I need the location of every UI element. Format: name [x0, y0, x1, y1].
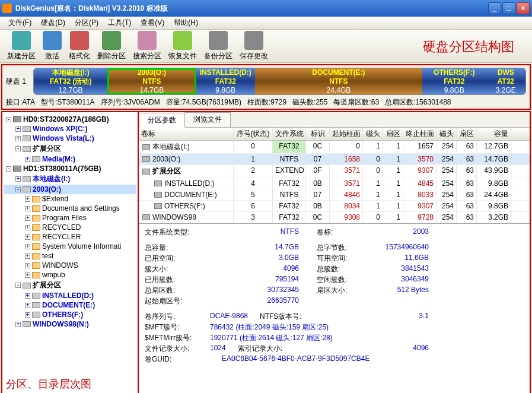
tree-node[interactable]: -扩展分区	[4, 280, 136, 291]
tree-node[interactable]: +WINDOWS	[4, 261, 136, 270]
tree-toggle-icon[interactable]: -	[15, 283, 21, 288]
toolbar-button[interactable]: 格式化	[65, 30, 94, 62]
table-row[interactable]: 本地磁盘(I:)0FAT320C01116572546312.7GB	[139, 141, 530, 154]
tree-node[interactable]: +WINDOWS98(N:)	[4, 319, 136, 329]
column-header[interactable]: 容量	[477, 128, 511, 140]
details-panel: 分区参数浏览文件 卷标序号(状态)文件系统标识起始柱面磁头扇区终止柱面磁头扇区容…	[139, 111, 531, 393]
tree-toggle-icon[interactable]: +	[25, 244, 30, 249]
toolbar-icon	[12, 31, 31, 50]
column-header[interactable]: 扇区	[457, 128, 477, 140]
toolbar-label: 备份分区	[204, 51, 232, 61]
table-row[interactable]: 2003(O:)1NTFS0716580135702546314.7GB	[139, 154, 530, 165]
table-row[interactable]: INSTALLED(D:)4FAT320B3571114845254639.8G…	[139, 178, 530, 189]
toolbar-button[interactable]: 保存更改	[236, 30, 272, 62]
tree-toggle-icon[interactable]: -	[6, 117, 11, 122]
partition-segment[interactable]: 2003(O:)NTFS14.7GB	[107, 68, 196, 94]
tree-toggle-icon[interactable]: +	[25, 312, 30, 318]
partition-segment[interactable]: INSTALLED(D:)FAT329.8GB	[196, 68, 255, 94]
tree-node[interactable]: +wmpub	[4, 270, 136, 280]
column-header[interactable]: 磁头	[437, 128, 457, 140]
table-row[interactable]: DOCUMENT(E:)5NTFS0748461180332546324.4GB	[139, 189, 530, 201]
column-header[interactable]: 终止柱面	[403, 128, 437, 140]
tree-toggle-icon[interactable]: +	[25, 215, 30, 221]
menu-item[interactable]: 工具(T)	[103, 17, 136, 29]
tree-toggle-icon[interactable]: +	[25, 263, 30, 268]
tree-node[interactable]: -2003(O:)	[4, 185, 136, 194]
tree-toggle-icon[interactable]: -	[15, 146, 21, 151]
tree-node[interactable]: +System Volume Informati	[4, 242, 136, 251]
tree-toggle-icon[interactable]: +	[15, 176, 21, 182]
tree-node[interactable]: +Media(M:)	[4, 154, 136, 164]
column-header[interactable]: 起始柱面	[330, 128, 363, 140]
tree-node[interactable]: +Program Files	[4, 213, 136, 223]
tree-toggle-icon[interactable]: +	[25, 196, 30, 202]
toolbar-button[interactable]: 搜索分区	[129, 30, 165, 62]
fold-icon	[32, 224, 40, 231]
close-button[interactable]: ×	[517, 2, 530, 14]
tree-toggle-icon[interactable]: +	[25, 253, 30, 259]
tree-node[interactable]: +test	[4, 251, 136, 261]
tree-node[interactable]: +Windows Vista(L:)	[4, 134, 136, 143]
tree-node[interactable]: +RECYCLED	[4, 223, 136, 232]
toolbar-button[interactable]: 新建分区	[4, 30, 39, 62]
partition-segment[interactable]: OTHERS(F:)FAT329.8GB	[422, 68, 486, 94]
tree-label: System Volume Informati	[42, 242, 121, 251]
tree-node[interactable]: -HD1:ST380011A(75GB)	[4, 164, 136, 173]
tree-node[interactable]: +Documents and Settings	[4, 204, 136, 213]
tree-toggle-icon[interactable]: +	[15, 136, 21, 141]
tree-toggle-icon[interactable]: +	[25, 225, 30, 230]
tree-node[interactable]: -HD0:ST3200827A(186GB)	[4, 115, 136, 124]
tree-node[interactable]: +OTHERS(F:)	[4, 310, 136, 319]
menu-item[interactable]: 文件(F)	[4, 17, 36, 29]
menu-item[interactable]: 查看(V)	[136, 17, 169, 29]
tree-toggle-icon[interactable]: +	[25, 293, 30, 299]
tab[interactable]: 浏览文件	[184, 112, 231, 127]
menu-item[interactable]: 硬盘(D)	[36, 17, 70, 29]
tree-toggle-icon[interactable]: +	[15, 322, 21, 327]
tree-label: 扩展分区	[33, 280, 61, 290]
column-header[interactable]: 标识	[306, 128, 330, 140]
tree-toggle-icon[interactable]: +	[25, 303, 30, 308]
column-header[interactable]: 扇区	[383, 128, 403, 140]
minimize-button[interactable]: _	[488, 2, 501, 14]
volume-icon	[142, 156, 150, 162]
tree-toggle-icon[interactable]: -	[6, 166, 11, 172]
tree-toggle-icon[interactable]: +	[25, 272, 30, 278]
part-icon	[23, 283, 31, 289]
column-header[interactable]: 磁头	[363, 128, 383, 140]
tree-toggle-icon[interactable]: +	[25, 206, 30, 211]
tree-node[interactable]: +RECYCLER	[4, 232, 136, 242]
table-row[interactable]: 扩展分区2EXTEND0F35710193072546343.9GB	[139, 165, 530, 178]
partition-segment[interactable]: 本地磁盘(I:)FAT32 (活动)12.7GB	[34, 68, 107, 94]
table-row[interactable]: WINDOWS983FAT320C9308019728254633.2GB	[139, 212, 530, 223]
menu-item[interactable]: 帮助(H)	[169, 17, 203, 29]
tree-node[interactable]: +Windows XP(C:)	[4, 124, 136, 134]
column-header[interactable]: 文件系统	[273, 128, 306, 140]
toolbar-button[interactable]: 备份分区	[200, 30, 236, 62]
menu-item[interactable]: 分区(P)	[70, 17, 103, 29]
tree-node[interactable]: +DOCUMENT(E:)	[4, 300, 136, 310]
tree-toggle-icon[interactable]: +	[25, 157, 30, 162]
tree-toggle-icon[interactable]: +	[25, 234, 30, 240]
fold-icon	[32, 262, 40, 269]
tree-toggle-icon[interactable]: -	[15, 187, 21, 192]
tree-node[interactable]: -扩展分区	[4, 143, 136, 154]
column-header[interactable]: 序号(状态)	[234, 128, 273, 140]
tree-node[interactable]: +本地磁盘(I:)	[4, 173, 136, 185]
table-row[interactable]: OTHERS(F:)6FAT320B8034119307254639.8GB	[139, 201, 530, 212]
toolbar-button[interactable]: 恢复文件	[165, 30, 200, 62]
toolbar-label: 格式化	[69, 51, 90, 61]
toolbar-button[interactable]: 删除分区	[94, 30, 129, 62]
maximize-button[interactable]: □	[502, 2, 515, 14]
tree-node[interactable]: +INSTALLED(D:)	[4, 291, 136, 300]
partition-segment[interactable]: DWSAT323.2GE	[486, 68, 525, 94]
toolbar-icon	[173, 31, 192, 50]
tab[interactable]: 分区参数	[139, 113, 185, 128]
disk-structure-panel: 硬盘 1 本地磁盘(I:)FAT32 (活动)12.7GB2003(O:)NTF…	[1, 64, 531, 110]
tree-node[interactable]: +$Extend	[4, 194, 136, 204]
tree-toggle-icon[interactable]: +	[15, 126, 21, 132]
column-header[interactable]: 卷标	[139, 128, 234, 140]
toolbar-icon	[43, 31, 62, 50]
partition-segment[interactable]: DOCUMENT(E:)NTFS24.4GB	[255, 68, 422, 94]
toolbar-button[interactable]: 激活	[39, 30, 65, 62]
